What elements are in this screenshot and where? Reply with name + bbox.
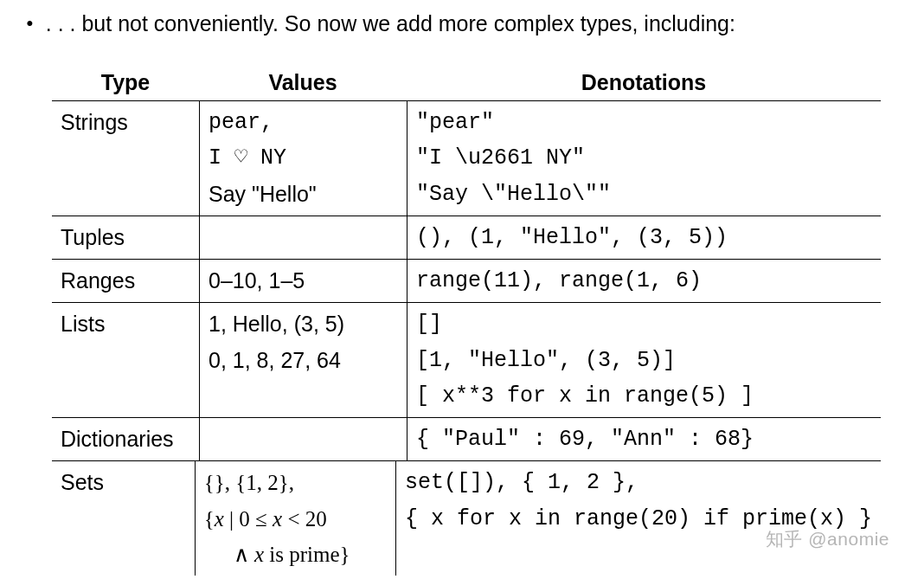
- cell-type-strings: Strings: [52, 101, 199, 216]
- types-table: Type Values Denotations Strings pear, I …: [52, 65, 881, 576]
- bullet-icon: •: [26, 9, 34, 39]
- header-type: Type: [52, 65, 199, 100]
- cell-den-dicts: { "Paul" : 69, "Ann" : 68}: [407, 418, 881, 460]
- sets-value-1: {}, {1, 2},: [204, 465, 387, 500]
- sets-v2-lt: < 20: [282, 507, 327, 531]
- cell-type-ranges: Ranges: [52, 260, 199, 302]
- cell-values-ranges: 0–10, 1–5: [199, 260, 407, 302]
- cell-values-tuples: [199, 216, 407, 259]
- sets-v2-x2: x: [273, 507, 282, 531]
- strings-den-2: "I \u2661 NY": [416, 140, 872, 176]
- sets-den-2: { x for x in range(20) if prime(x) }: [405, 501, 872, 537]
- sets-v2-x: x: [215, 507, 224, 531]
- row-ranges: Ranges 0–10, 1–5 range(11), range(1, 6): [52, 260, 881, 303]
- header-denotations: Denotations: [407, 65, 881, 100]
- row-dicts: Dictionaries { "Paul" : 69, "Ann" : 68}: [52, 418, 881, 461]
- strings-value-3: Say "Hello": [209, 177, 398, 212]
- strings-den-1: "pear": [416, 105, 872, 140]
- cell-type-sets: Sets: [52, 461, 195, 576]
- cell-values-dicts: [199, 418, 407, 460]
- cell-type-lists: Lists: [52, 303, 199, 417]
- strings-value-2: I ♡ NY: [209, 140, 398, 176]
- cell-den-sets: set([]), { 1, 2 }, { x for x in range(20…: [395, 461, 881, 576]
- sets-value-3: ∧ x is prime}: [204, 537, 387, 572]
- cell-den-ranges: range(11), range(1, 6): [407, 260, 881, 302]
- lists-den-1: []: [416, 306, 872, 342]
- cell-den-tuples: (), (1, "Hello", (3, 5)): [407, 216, 881, 259]
- lists-den-3: [ x**3 for x in range(5) ]: [416, 378, 872, 414]
- row-tuples: Tuples (), (1, "Hello", (3, 5)): [52, 216, 881, 260]
- cell-den-strings: "pear" "I \u2661 NY" "Say \"Hello\"": [407, 101, 881, 216]
- sets-v2-brace: {: [204, 507, 215, 531]
- row-lists: Lists 1, Hello, (3, 5) 0, 1, 8, 27, 64 […: [52, 303, 881, 418]
- cell-values-strings: pear, I ♡ NY Say "Hello": [199, 101, 407, 216]
- cell-den-lists: [] [1, "Hello", (3, 5)] [ x**3 for x in …: [407, 303, 881, 417]
- header-values: Values: [199, 65, 407, 100]
- sets-value-2: {x | 0 ≤ x < 20: [204, 501, 387, 537]
- cell-type-dicts: Dictionaries: [52, 418, 199, 460]
- sets-v2-rel: 0 ≤: [239, 507, 273, 531]
- row-sets: Sets {}, {1, 2}, {x | 0 ≤ x < 20 ∧ x is …: [52, 461, 881, 576]
- strings-den-3: "Say \"Hello\"": [416, 177, 872, 212]
- sets-den-1: set([]), { 1, 2 },: [405, 465, 872, 500]
- intro-line: • . . . but not conveniently. So now we …: [26, 9, 898, 39]
- sets-v3-x: x: [254, 543, 264, 566]
- sets-v3-and: ∧: [234, 543, 254, 566]
- strings-value-1: pear,: [209, 105, 398, 140]
- intro-text: . . . but not conveniently. So now we ad…: [46, 9, 735, 39]
- row-strings: Strings pear, I ♡ NY Say "Hello" "pear" …: [52, 101, 881, 216]
- table-header-row: Type Values Denotations: [52, 65, 881, 101]
- cell-type-tuples: Tuples: [52, 216, 199, 259]
- sets-v3-rest: is prime}: [264, 543, 350, 566]
- cell-values-lists: 1, Hello, (3, 5) 0, 1, 8, 27, 64: [199, 303, 407, 417]
- lists-value-3: 0, 1, 8, 27, 64: [209, 343, 398, 378]
- lists-value-2: 1, Hello, (3, 5): [209, 306, 398, 342]
- lists-den-2: [1, "Hello", (3, 5)]: [416, 343, 872, 378]
- cell-values-sets: {}, {1, 2}, {x | 0 ≤ x < 20 ∧ x is prime…: [195, 461, 395, 576]
- sets-v2-bar: |: [224, 507, 240, 531]
